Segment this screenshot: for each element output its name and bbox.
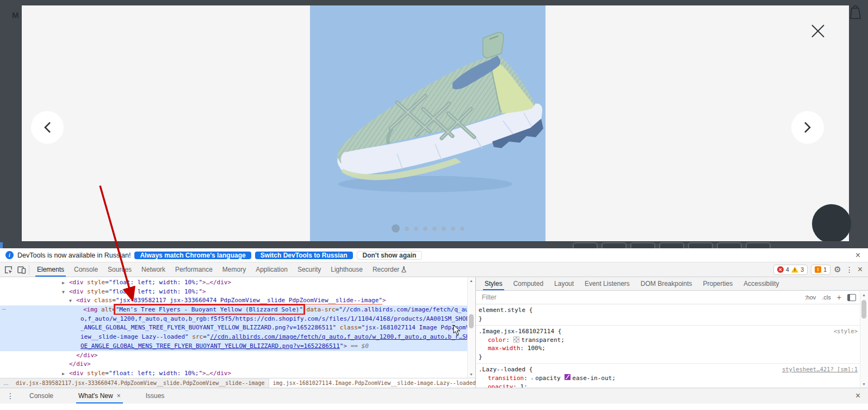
drawer-tab-console[interactable]: Console bbox=[23, 388, 60, 403]
css-property[interactable]: transition: ▸opacity ease-in-out; bbox=[479, 374, 860, 383]
code-token-link[interactable]: OE_ANGLE_GLOBAL_MENS_TREE_FLYER_BUOYANT_… bbox=[80, 342, 340, 350]
infobar-button-switch-devtools-to-russian[interactable]: Switch DevTools to Russian bbox=[255, 252, 353, 259]
tab-accessibility[interactable]: Accessibility bbox=[738, 277, 784, 290]
settings-gear-icon[interactable]: ⚙ bbox=[834, 265, 841, 274]
carousel-dot-2[interactable] bbox=[405, 227, 409, 231]
tab-computed[interactable]: Computed bbox=[508, 277, 549, 290]
bezier-swatch-icon[interactable] bbox=[565, 374, 571, 380]
rule-source-link[interactable]: <style> bbox=[834, 328, 858, 334]
css-property[interactable]: color: transparent; bbox=[479, 336, 860, 345]
tab-properties[interactable]: Properties bbox=[698, 277, 739, 290]
style-rule[interactable]: .Lazy--loaded {stylesheet…421? [sm]:1tra… bbox=[476, 364, 860, 388]
css-property[interactable]: opacity: 1; bbox=[479, 383, 860, 388]
product-image-highlighted[interactable] bbox=[310, 5, 545, 241]
styles-rules-list[interactable]: element.style {}.Image.jsx-1681027114 {<… bbox=[476, 304, 860, 388]
elements-scrollbar[interactable]: ▲ ▼ bbox=[467, 277, 475, 378]
elements-tree-line[interactable]: </div> bbox=[0, 360, 475, 369]
devtools-close-button[interactable]: × bbox=[858, 265, 863, 274]
console-status-badges[interactable]: ✕ 4 ! 3 bbox=[773, 265, 808, 275]
tab-elements[interactable]: Elements bbox=[32, 262, 69, 277]
drawer-menu-icon[interactable]: ⋮ bbox=[5, 391, 15, 400]
devtools-menu-icon[interactable]: ⋮ bbox=[845, 265, 854, 274]
device-toolbar-icon[interactable] bbox=[17, 265, 26, 274]
modal-close-button[interactable] bbox=[804, 17, 832, 45]
infobar-button-don-t-show-again[interactable]: Don't show again bbox=[357, 251, 423, 260]
breadcrumb-item[interactable]: div.jsx-839582117.jsx-333660474.PdpZoomV… bbox=[12, 378, 269, 388]
code-token-link[interactable]: //cdn.allbirds.com/image/fetch/q_auto,f_… bbox=[210, 333, 469, 340]
disclosure-triangle-icon[interactable]: ▶ bbox=[62, 370, 69, 378]
elements-tree-line[interactable]: ▼<div style="float: left; width: 10%;"> bbox=[0, 287, 475, 297]
line-more-icon[interactable]: … bbox=[2, 304, 7, 313]
rule-selector[interactable]: element.style bbox=[479, 307, 525, 314]
disclosure-triangle-icon[interactable]: ▼ bbox=[62, 288, 69, 297]
tab-layout[interactable]: Layout bbox=[549, 277, 579, 290]
scrollbar-thumb[interactable] bbox=[861, 300, 866, 319]
drawer-tab-what-s-new[interactable]: What's New× bbox=[72, 388, 127, 403]
carousel-prev-button[interactable] bbox=[31, 111, 64, 144]
carousel-dot-6[interactable] bbox=[442, 227, 446, 231]
styles-scrollbar[interactable]: ▲ ▼ bbox=[860, 291, 868, 388]
elements-tree-line[interactable]: ▼<div class="jsx-839582117 jsx-333660474… bbox=[0, 296, 475, 305]
expand-value-icon[interactable]: ▸ bbox=[531, 376, 534, 381]
elements-tree-line[interactable]: iew__slide-image Lazy--loaded" src="//cd… bbox=[0, 333, 475, 342]
inspect-element-icon[interactable] bbox=[4, 265, 13, 274]
infobar-button-always-match-chrome-s-language[interactable]: Always match Chrome's language bbox=[134, 252, 251, 259]
scroll-up-icon[interactable]: ▲ bbox=[860, 293, 867, 297]
tab-dom-breakpoints[interactable]: DOM Breakpoints bbox=[635, 277, 698, 290]
rule-selector[interactable]: .Lazy--loaded bbox=[479, 366, 525, 373]
scroll-down-icon[interactable]: ▼ bbox=[468, 372, 475, 376]
drawer-close-button[interactable]: × bbox=[855, 391, 860, 400]
scrollbar-thumb[interactable] bbox=[469, 314, 474, 328]
info-icon: i bbox=[5, 251, 14, 259]
elements-tree-line[interactable]: </div> bbox=[0, 351, 475, 360]
breadcrumb-overflow-left[interactable]: … bbox=[0, 380, 12, 386]
style-rule[interactable]: element.style {} bbox=[476, 304, 860, 326]
css-property[interactable]: max-width: 100%; bbox=[479, 344, 860, 353]
tab-recorder[interactable]: Recorder bbox=[368, 262, 411, 277]
code-token-val: "jsx-839582117 jsx-333660474 PdpZoomView… bbox=[116, 297, 382, 304]
tab-lighthouse[interactable]: Lighthouse bbox=[326, 262, 368, 277]
sidebar-layout-icon[interactable] bbox=[847, 294, 856, 301]
rule-selector[interactable]: .Image.jsx-1681027114 bbox=[479, 328, 554, 335]
tab-security[interactable]: Security bbox=[293, 262, 326, 277]
carousel-dot-5[interactable] bbox=[432, 227, 437, 231]
disclosure-triangle-icon[interactable]: ▶ bbox=[62, 279, 69, 288]
elements-tree-line[interactable]: …<img alt="Men's Tree Flyers - Buoyant Y… bbox=[0, 305, 475, 315]
chat-widget-button[interactable] bbox=[812, 204, 851, 243]
carousel-dot-1[interactable] bbox=[392, 224, 400, 232]
style-rule[interactable]: .Image.jsx-1681027114 {<style>color: tra… bbox=[476, 326, 860, 364]
scroll-down-icon[interactable]: ▼ bbox=[860, 382, 867, 386]
tab-network[interactable]: Network bbox=[137, 262, 170, 277]
tab-performance[interactable]: Performance bbox=[170, 262, 218, 277]
elements-dom-tree[interactable]: ▶<div style="float: left; width: 10%;">…… bbox=[0, 277, 475, 378]
carousel-dot-4[interactable] bbox=[423, 227, 427, 231]
scroll-up-icon[interactable]: ▲ bbox=[468, 279, 475, 283]
issues-badge[interactable]: ! 1 bbox=[811, 265, 830, 275]
rule-source-link[interactable]: stylesheet…421? [sm]:1 bbox=[782, 366, 858, 372]
tab-memory[interactable]: Memory bbox=[218, 262, 251, 277]
disclosure-triangle-icon[interactable]: ▼ bbox=[69, 297, 76, 306]
elements-tree-line[interactable]: _ANGLE_GLOBAL_MENS_TREE_FLYER_BUOYANT_YE… bbox=[0, 323, 475, 333]
new-style-rule-button[interactable]: + bbox=[837, 293, 841, 301]
tab-styles[interactable]: Styles bbox=[479, 277, 508, 290]
carousel-dot-7[interactable] bbox=[451, 227, 455, 231]
carousel-next-button[interactable] bbox=[791, 111, 824, 144]
toggle-hover-state-button[interactable]: :hov bbox=[805, 294, 816, 301]
tab-close-icon[interactable]: × bbox=[117, 388, 121, 403]
tab-console[interactable]: Console bbox=[69, 262, 103, 277]
drawer-tab-issues[interactable]: Issues bbox=[139, 388, 171, 403]
elements-tree-line[interactable]: ▶<div style="float: left; width: 10%;">…… bbox=[0, 278, 475, 287]
carousel-dot-8[interactable] bbox=[460, 227, 464, 231]
elements-tree-line[interactable]: o,f_auto/w_1200,f_auto,q_auto,b_rgb:f5f5… bbox=[0, 315, 475, 324]
breadcrumb-item[interactable]: img.jsx-1681027114.Image.PdpZoomView__sl… bbox=[269, 378, 475, 388]
infobar-close-button[interactable]: × bbox=[855, 251, 860, 260]
elements-tree-line[interactable]: ▶<div style="float: left; width: 10%;">…… bbox=[0, 369, 475, 378]
styles-filter-input[interactable] bbox=[481, 293, 592, 302]
toggle-classes-button[interactable]: .cls bbox=[822, 294, 831, 301]
elements-tree-line[interactable]: OE_ANGLE_GLOBAL_MENS_TREE_FLYER_BUOYANT_… bbox=[0, 342, 475, 351]
tab-application[interactable]: Application bbox=[251, 262, 293, 277]
color-swatch[interactable] bbox=[513, 336, 519, 342]
tab-event-listeners[interactable]: Event Listeners bbox=[579, 277, 635, 290]
carousel-dot-3[interactable] bbox=[414, 227, 418, 231]
tab-sources[interactable]: Sources bbox=[103, 262, 137, 277]
